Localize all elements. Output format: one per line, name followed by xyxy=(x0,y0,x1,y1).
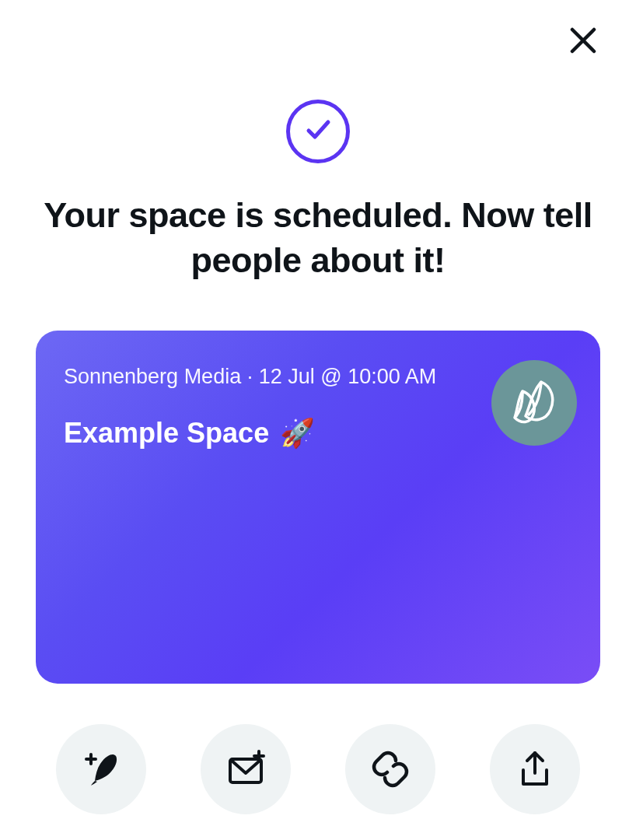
close-icon xyxy=(568,25,599,59)
check-icon xyxy=(301,113,335,150)
share-actions-row xyxy=(0,724,636,814)
link-icon xyxy=(369,747,412,791)
direct-message-button[interactable] xyxy=(201,724,291,814)
compose-icon xyxy=(79,747,124,792)
host-avatar xyxy=(491,360,577,446)
space-title-text: Example Space xyxy=(64,417,269,450)
leaf-icon xyxy=(504,371,564,435)
share-button[interactable] xyxy=(490,724,580,814)
success-check-circle xyxy=(286,100,350,163)
space-card[interactable]: Sonnenberg Media · 12 Jul @ 10:00 AM Exa… xyxy=(36,331,600,684)
copy-link-button[interactable] xyxy=(345,724,435,814)
confirmation-headline: Your space is scheduled. Now tell people… xyxy=(0,193,636,282)
share-icon xyxy=(514,748,556,790)
message-icon xyxy=(223,747,268,792)
compose-tweet-button[interactable] xyxy=(56,724,146,814)
close-button[interactable] xyxy=(566,25,600,59)
rocket-emoji: 🚀 xyxy=(280,417,315,450)
